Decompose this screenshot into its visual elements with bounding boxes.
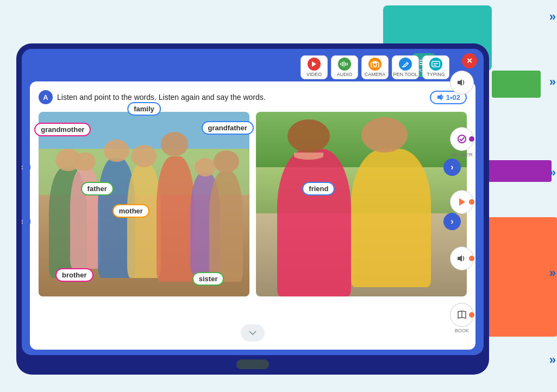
speaker2-dot <box>469 256 474 261</box>
book-label: BOOK <box>455 328 469 333</box>
tablet-home-button[interactable] <box>236 359 269 369</box>
nav-prev2-button[interactable]: ‹ <box>22 213 30 230</box>
video-icon <box>308 58 321 71</box>
audio-label: AUDIO <box>337 72 353 77</box>
svg-marker-0 <box>312 61 316 67</box>
chevron-3: » <box>549 166 556 180</box>
svg-rect-4 <box>432 61 440 67</box>
pentool-label: PEN TOOL <box>393 72 417 77</box>
friend-photo <box>256 112 467 296</box>
tablet-screen: VIDEO AUDIO <box>22 49 484 355</box>
answer-dot <box>469 136 474 142</box>
panel-book-item: BOOK <box>450 303 474 333</box>
nav-next-button[interactable]: › <box>443 159 461 176</box>
right-panel: ANSWER <box>440 49 484 355</box>
word-friend[interactable]: friend <box>302 182 335 195</box>
video-label: VIDEO <box>306 72 322 77</box>
play-icon <box>458 198 466 206</box>
word-family[interactable]: family <box>127 102 161 116</box>
word-father[interactable]: father <box>81 182 114 195</box>
panel-play-button[interactable] <box>450 190 474 214</box>
word-grandmother[interactable]: grandmother <box>34 123 91 136</box>
family-photo-wrapper: family grandmother grandfather father mo… <box>39 112 249 296</box>
word-grandfather[interactable]: grandfather <box>202 121 254 135</box>
nav-next2-button[interactable]: › <box>443 213 461 230</box>
audio-tool-button[interactable]: AUDIO <box>331 55 358 79</box>
activity-badge: A <box>39 90 53 104</box>
answer-icon <box>456 135 467 143</box>
word-mother[interactable]: mother <box>112 204 149 218</box>
images-row: family grandmother grandfather father mo… <box>39 112 467 296</box>
panel-book-button[interactable] <box>450 303 474 327</box>
instruction-text: Listen and point to the words. Listen ag… <box>57 93 425 102</box>
chevron-2: » <box>549 75 556 89</box>
panel-speaker-button[interactable] <box>450 71 474 94</box>
audio-icon <box>338 58 351 71</box>
chevron-down-icon <box>248 330 257 336</box>
chevron-5: » <box>549 353 556 367</box>
pentool-button[interactable]: PEN TOOL <box>392 55 419 79</box>
word-sister[interactable]: sister <box>192 272 224 286</box>
speaker-panel-icon <box>457 78 467 87</box>
camera-label: CAMERA <box>365 72 386 77</box>
instruction-bar: A Listen and point to the words. Listen … <box>39 90 467 104</box>
svg-marker-11 <box>458 79 462 86</box>
svg-marker-14 <box>458 255 462 262</box>
nav-prev-button[interactable]: ‹ <box>22 159 30 176</box>
main-content: A Listen and point to the words. Listen … <box>30 81 475 350</box>
book-icon <box>457 311 467 319</box>
chevron-1: » <box>549 10 556 24</box>
play-dot <box>469 199 474 205</box>
speaker2-icon <box>457 254 467 263</box>
camera-tool-button[interactable]: CAMERA <box>361 55 389 79</box>
panel-speaker2-item <box>450 246 474 270</box>
toolbar: VIDEO AUDIO <box>22 49 484 81</box>
answer-label: ANSWER <box>451 152 473 157</box>
panel-play-item <box>450 190 474 214</box>
svg-point-2 <box>373 63 377 66</box>
video-tool-button[interactable]: VIDEO <box>301 55 328 79</box>
panel-answer-button[interactable] <box>450 127 474 151</box>
friend-photo-wrapper: friend <box>256 112 467 296</box>
pen-icon <box>399 58 412 71</box>
chevron-4: » <box>549 266 556 280</box>
bg-decoration-green <box>492 71 541 98</box>
scroll-down-button[interactable] <box>241 324 265 342</box>
camera-icon <box>368 58 381 71</box>
word-brother[interactable]: brother <box>55 268 93 282</box>
panel-speaker-item <box>450 71 474 94</box>
book-dot <box>469 312 474 318</box>
tablet-device: VIDEO AUDIO <box>16 43 489 375</box>
svg-marker-13 <box>459 198 465 206</box>
svg-point-12 <box>458 135 466 143</box>
panel-answer-item: ANSWER <box>450 127 474 157</box>
panel-speaker2-button[interactable] <box>450 246 474 270</box>
bg-decoration-purple <box>481 160 552 182</box>
